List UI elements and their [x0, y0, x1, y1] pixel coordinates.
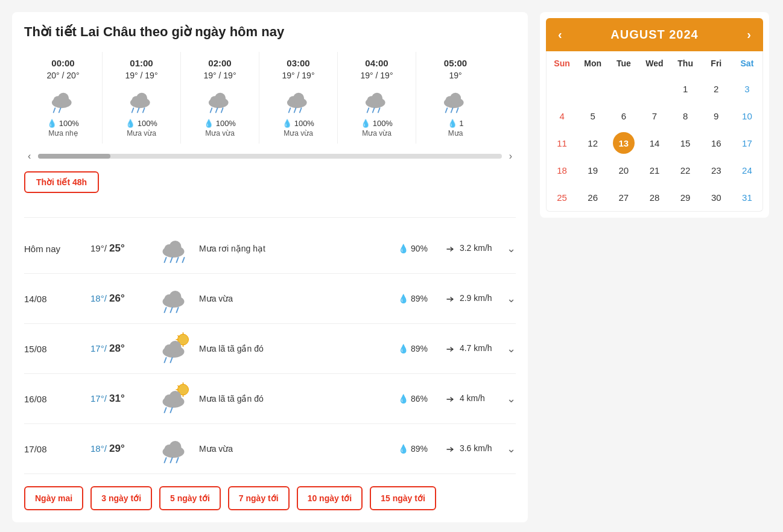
calendar-cell[interactable]: 8: [670, 103, 701, 130]
calendar-day-label: Fri: [701, 51, 732, 75]
temp-high: 28°: [109, 343, 125, 354]
calendar-grid: SunMonTueWedThuFriSat 123456789101112131…: [546, 51, 763, 212]
calendar-cell[interactable]: 30: [701, 184, 732, 211]
daily-expand-button[interactable]: ⌄: [507, 292, 516, 305]
weather-icon: [284, 85, 314, 115]
bottom-btn-3[interactable]: 7 ngày tới: [228, 486, 290, 510]
hourly-row: 00:00 20° / 20° 💧 100% Mưa nhẹ 01:00 19°…: [24, 52, 516, 144]
calendar-cell: [577, 75, 608, 103]
calendar-cell[interactable]: 25: [547, 184, 577, 211]
temp-low: 17°/: [90, 393, 107, 404]
calendar-cell[interactable]: 11: [547, 130, 577, 157]
weather-icon: [440, 85, 471, 115]
calendar-cell[interactable]: 24: [732, 157, 762, 184]
svg-line-39: [170, 258, 172, 262]
hour-time: 01:00: [109, 58, 174, 68]
calendar-cell[interactable]: 4: [547, 103, 577, 130]
scroll-left-arrow[interactable]: ‹: [24, 150, 34, 163]
daily-temp: 17°/ 28°: [90, 343, 151, 355]
daily-temp: 18°/ 26°: [90, 293, 151, 305]
daily-desc: Mưa lã tã gần đó: [199, 394, 392, 404]
calendar-cell[interactable]: 19: [577, 157, 608, 184]
hour-desc: Mưa vừa: [344, 129, 410, 138]
calendar-prev-button[interactable]: ‹: [558, 28, 562, 42]
daily-date: 15/08: [24, 344, 84, 354]
calendar-cell[interactable]: 9: [701, 103, 732, 130]
hourly-scroll[interactable]: 00:00 20° / 20° 💧 100% Mưa nhẹ 01:00 19°…: [24, 52, 516, 144]
calendar-cell[interactable]: 26: [577, 184, 608, 211]
daily-expand-button[interactable]: ⌄: [507, 242, 516, 255]
scroll-bar-thumb[interactable]: [38, 154, 110, 159]
calendar-cell[interactable]: 1: [670, 75, 701, 103]
calendar-cell[interactable]: 22: [670, 157, 701, 184]
svg-line-33: [451, 108, 453, 112]
forecast-48h-button[interactable]: Thời tiết 48h: [24, 171, 99, 193]
daily-expand-button[interactable]: ⌄: [507, 392, 516, 405]
svg-line-4: [59, 108, 60, 112]
calendar-cell[interactable]: 14: [639, 130, 670, 157]
svg-line-69: [170, 408, 172, 413]
temp-low: 19°/: [90, 243, 107, 253]
calendar-cell[interactable]: 23: [701, 157, 732, 184]
hour-desc: Mưa vừa: [187, 129, 253, 138]
divider: [24, 217, 516, 218]
calendar-cell[interactable]: 31: [732, 184, 762, 211]
svg-line-21: [294, 108, 296, 112]
calendar-cell[interactable]: 6: [608, 103, 639, 130]
scroll-right-arrow[interactable]: ›: [506, 150, 516, 163]
calendar-cell[interactable]: 12: [577, 130, 608, 157]
temp-high: 31°: [109, 393, 125, 404]
weather-icon: [205, 85, 235, 115]
svg-point-19: [293, 93, 303, 104]
calendar-cell[interactable]: 18: [547, 157, 577, 184]
daily-wind: 3.6 km/h: [446, 443, 501, 454]
calendar-cell[interactable]: 13: [613, 132, 635, 154]
calendar-cell[interactable]: 27: [608, 184, 639, 211]
daily-expand-button[interactable]: ⌄: [507, 342, 516, 355]
svg-line-10: [142, 108, 144, 112]
calendar-cell[interactable]: 21: [639, 157, 670, 184]
calendar-cell[interactable]: 17: [732, 130, 762, 157]
daily-forecast: Hôm nay 19°/ 25° Mưa rơi nặng hạt 💧 90% …: [24, 224, 516, 474]
svg-point-37: [169, 241, 181, 253]
calendar-cell[interactable]: 28: [639, 184, 670, 211]
svg-line-58: [170, 358, 172, 363]
calendar-day-label: Mon: [577, 51, 608, 75]
daily-temp: 17°/ 31°: [90, 393, 151, 405]
daily-humidity: 💧 90%: [398, 244, 440, 253]
calendar-cell[interactable]: 15: [670, 130, 701, 157]
svg-point-72: [169, 441, 181, 453]
svg-line-47: [176, 308, 178, 312]
bottom-btn-4[interactable]: 10 ngày tới: [297, 486, 363, 510]
bottom-btn-5[interactable]: 15 ngày tới: [370, 486, 436, 510]
calendar-cell[interactable]: 16: [701, 130, 732, 157]
calendar-cell[interactable]: 29: [670, 184, 701, 211]
calendar-cell[interactable]: 5: [577, 103, 608, 130]
hour-humidity: 💧 100%: [187, 119, 253, 128]
calendar-cell[interactable]: 3: [732, 75, 762, 103]
daily-temp: 18°/ 29°: [90, 443, 151, 455]
hour-time: 05:00: [422, 58, 489, 68]
calendar-cell[interactable]: 10: [732, 103, 762, 130]
svg-line-16: [221, 108, 223, 112]
daily-weather-icon: [157, 334, 193, 364]
daily-expand-button[interactable]: ⌄: [507, 442, 516, 455]
bottom-btn-2[interactable]: 5 ngày tới: [159, 486, 221, 510]
daily-desc: Mưa vừa: [199, 444, 392, 454]
svg-line-14: [210, 108, 212, 112]
daily-wind: 2.9 km/h: [446, 293, 501, 303]
daily-humidity: 💧 89%: [398, 294, 440, 303]
calendar-next-button[interactable]: ›: [747, 28, 751, 42]
scroll-bar-track: [38, 154, 501, 159]
calendar-cell[interactable]: 2: [701, 75, 732, 103]
calendar-cell[interactable]: 20: [608, 157, 639, 184]
daily-humidity: 💧 89%: [398, 444, 440, 454]
svg-point-7: [136, 93, 147, 104]
daily-weather-icon: [157, 283, 193, 314]
bottom-btn-1[interactable]: 3 ngày tới: [90, 486, 152, 510]
bottom-btn-0[interactable]: Ngày mai: [24, 486, 83, 510]
weather-icon: [48, 85, 78, 115]
calendar-cell[interactable]: 7: [639, 103, 670, 130]
svg-line-34: [457, 108, 458, 112]
hour-humidity: 💧 100%: [265, 119, 331, 128]
